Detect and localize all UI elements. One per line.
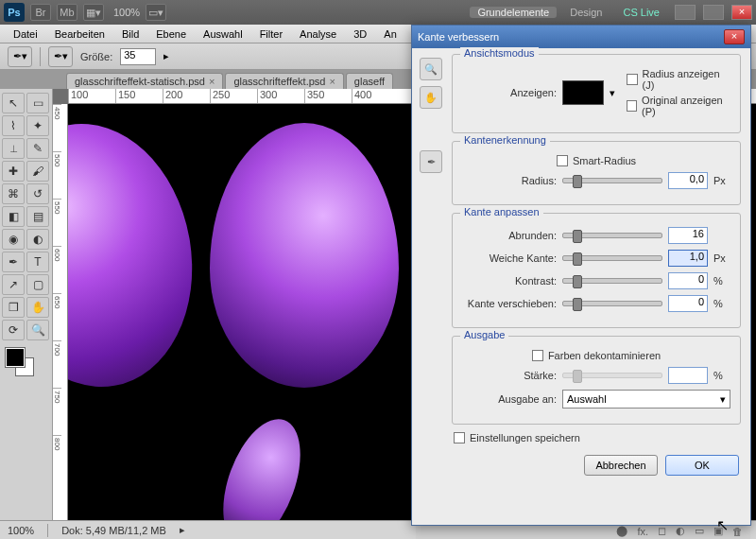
tab-close-icon[interactable]: ×: [329, 76, 335, 87]
history-brush-icon[interactable]: ↺: [26, 183, 49, 204]
eyedropper-tool-icon[interactable]: ✎: [26, 138, 49, 159]
menu-ebene[interactable]: Ebene: [148, 26, 194, 42]
layer-fx-icon[interactable]: fx.: [637, 526, 648, 537]
pen-tool-icon[interactable]: ✒: [2, 252, 25, 272]
menu-analyse[interactable]: Analyse: [292, 26, 344, 42]
path-select-icon[interactable]: ↗: [2, 274, 25, 295]
workspace-design[interactable]: Design: [562, 7, 610, 18]
size-input[interactable]: 35: [120, 48, 156, 65]
artwork-shape: [208, 409, 316, 520]
shift-label: Kante verschieben:: [462, 298, 557, 309]
contrast-input[interactable]: 0: [668, 272, 708, 289]
type-tool-icon[interactable]: T: [26, 252, 49, 272]
eraser-tool-icon[interactable]: ◧: [2, 206, 25, 227]
heal-tool-icon[interactable]: ✚: [2, 161, 25, 182]
shift-slider[interactable]: [562, 301, 662, 306]
move-tool-icon[interactable]: ↖: [2, 93, 25, 113]
delete-layer-icon[interactable]: 🗑: [732, 526, 743, 537]
tab-doc-3[interactable]: glaseff: [346, 73, 393, 89]
crop-tool-icon[interactable]: ⟂: [2, 138, 25, 159]
zoom-tool-icon[interactable]: 🔍: [26, 320, 49, 340]
group-title: Ausgabe: [460, 329, 508, 340]
radius-input[interactable]: 0,0: [668, 172, 708, 189]
layer-mask-icon[interactable]: ◻: [658, 525, 666, 537]
current-tool-icon[interactable]: ✒▾: [8, 46, 32, 67]
layer-group-icon[interactable]: ▭: [695, 525, 704, 537]
shift-input[interactable]: 0: [668, 295, 708, 312]
menu-3d[interactable]: 3D: [346, 26, 374, 42]
tab-doc-1[interactable]: glasschrifteffekt-statisch.psd×: [66, 73, 223, 89]
zoom-icon[interactable]: 🔍: [420, 58, 442, 80]
view-preview-button[interactable]: [562, 80, 604, 105]
menu-ansicht[interactable]: An: [376, 26, 404, 42]
remember-settings-checkbox[interactable]: Einstellungen speichern: [454, 432, 741, 443]
show-original-checkbox[interactable]: Original anzeigen (P): [627, 95, 730, 117]
shape-tool-icon[interactable]: ▢: [26, 274, 49, 295]
menu-bild[interactable]: Bild: [114, 26, 146, 42]
group-title: Kantenerkennung: [460, 134, 550, 146]
group-edge-detection: Kantenerkennung Smart-Radius Radius: 0,0…: [452, 141, 741, 205]
feather-input[interactable]: 1,0: [668, 250, 708, 267]
menu-datei[interactable]: Datei: [6, 26, 45, 42]
stamp-tool-icon[interactable]: ⌘: [2, 183, 25, 204]
refine-brush-icon[interactable]: ✒: [420, 150, 442, 173]
status-zoom[interactable]: 100%: [8, 525, 34, 536]
dropdown-arrow-icon[interactable]: ▾: [610, 87, 615, 99]
minimize-button[interactable]: [675, 5, 696, 20]
dialog-title: Kante verbessern: [418, 31, 499, 43]
marquee-tool-icon[interactable]: ▭: [26, 93, 49, 113]
zoom-level[interactable]: 100%: [113, 7, 140, 18]
maximize-button[interactable]: [703, 5, 724, 20]
screen-mode-icon[interactable]: ▭▾: [146, 4, 166, 21]
status-arrow-icon[interactable]: ▸: [180, 524, 185, 536]
smooth-slider[interactable]: [562, 233, 662, 238]
menu-bearbeiten[interactable]: Bearbeiten: [47, 26, 112, 42]
smooth-input[interactable]: 16: [668, 227, 708, 244]
menu-auswahl[interactable]: Auswahl: [196, 26, 250, 42]
feather-slider[interactable]: [562, 255, 662, 261]
hand-icon[interactable]: ✋: [420, 86, 442, 109]
view-extras-icon[interactable]: ▦▾: [83, 4, 104, 21]
wand-tool-icon[interactable]: ✦: [26, 115, 49, 136]
smart-radius-checkbox[interactable]: Smart-Radius: [557, 155, 636, 166]
rotate-view-icon[interactable]: ⟳: [2, 320, 25, 340]
dialog-close-button[interactable]: ×: [724, 29, 745, 44]
group-viewmode: Ansichtsmodus Anzeigen: ▾ Radius anzeige…: [452, 54, 741, 133]
artwork-shape: [68, 108, 213, 403]
ps-logo: Ps: [4, 3, 25, 22]
decontaminate-checkbox[interactable]: Farben dekontaminieren: [532, 350, 661, 361]
size-stepper-icon[interactable]: ▸: [163, 50, 169, 62]
hand-tool-icon[interactable]: ✋: [26, 297, 49, 318]
link-layers-icon[interactable]: ⬤: [616, 525, 627, 537]
status-docsize: Dok: 5,49 MB/11,2 MB: [61, 525, 166, 536]
tab-doc-2[interactable]: glasschrifteffekt.psd×: [225, 73, 343, 89]
gradient-tool-icon[interactable]: ▤: [26, 206, 49, 227]
blur-tool-icon[interactable]: ◉: [2, 229, 25, 250]
show-radius-checkbox[interactable]: Radius anzeigen (J): [627, 68, 730, 91]
dialog-titlebar[interactable]: Kante verbessern ×: [412, 26, 750, 48]
group-title: Ansichtsmodus: [460, 47, 539, 59]
menu-filter[interactable]: Filter: [252, 26, 290, 42]
size-label: Größe:: [80, 51, 112, 62]
adjustment-layer-icon[interactable]: ◐: [676, 525, 685, 537]
group-output: Ausgabe Farben dekontaminieren Stärke:% …: [452, 336, 741, 425]
close-button[interactable]: ×: [731, 5, 752, 20]
3d-tool-icon[interactable]: ❒: [2, 297, 25, 318]
dodge-tool-icon[interactable]: ◐: [26, 229, 49, 250]
brush-preset-icon[interactable]: ✒▾: [48, 46, 73, 67]
radius-slider[interactable]: [562, 178, 662, 183]
contrast-slider[interactable]: [562, 278, 662, 284]
brush-tool-icon[interactable]: 🖌: [26, 161, 49, 182]
ok-button[interactable]: OK: [665, 455, 739, 476]
workspace-active[interactable]: Grundelemente: [470, 7, 557, 18]
toolbox: ↖▭ ⌇✦ ⟂✎ ✚🖌 ⌘↺ ◧▤ ◉◐ ✒T ↗▢ ❒✋ ⟳🔍: [0, 89, 53, 520]
output-to-select[interactable]: Auswahl▾: [562, 390, 730, 409]
minibridge-icon[interactable]: Mb: [57, 4, 77, 21]
bridge-icon[interactable]: Br: [30, 4, 51, 21]
color-swatches[interactable]: [2, 348, 50, 376]
cs-live[interactable]: CS Live: [615, 7, 667, 18]
cancel-button[interactable]: Abbrechen: [584, 455, 658, 476]
lasso-tool-icon[interactable]: ⌇: [2, 115, 25, 136]
tab-close-icon[interactable]: ×: [209, 76, 215, 87]
ruler-vertical: 450500550600650700750800: [53, 104, 68, 520]
